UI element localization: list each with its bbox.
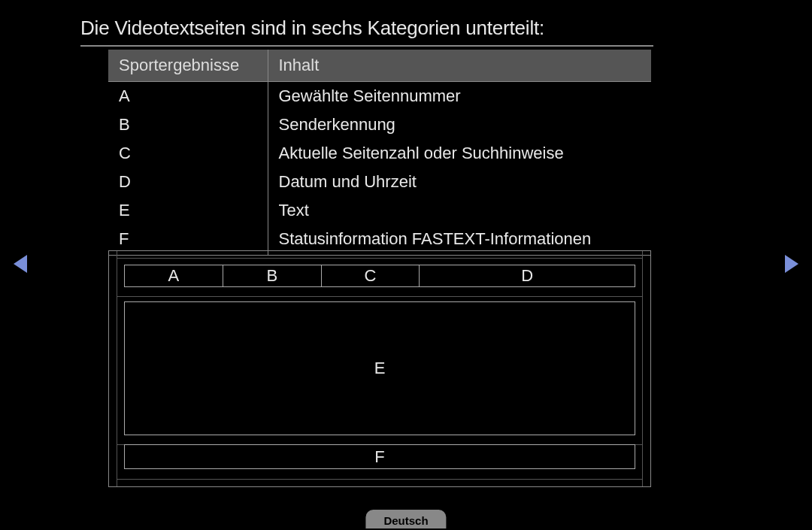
row-key: D: [108, 168, 268, 196]
layout-inner: A B C D E F: [124, 265, 635, 473]
next-page-arrow-icon[interactable]: [785, 255, 798, 273]
guide-line: [117, 251, 117, 486]
table-row: E Text: [108, 196, 651, 225]
row-desc: Datum und Uhrzeit: [268, 168, 651, 196]
table-row: D Datum und Uhrzeit: [108, 168, 651, 196]
layout-region-b: B: [223, 265, 322, 286]
row-desc: Gewählte Seitennummer: [268, 82, 651, 111]
header-col1: Sportergebnisse: [108, 50, 268, 82]
row-desc: Text: [268, 196, 651, 225]
layout-region-d: D: [420, 265, 635, 286]
guide-line: [117, 479, 643, 480]
row-desc: Aktuelle Seitenzahl oder Suchhinweise: [268, 139, 651, 168]
prev-page-arrow-icon[interactable]: [14, 255, 27, 273]
teletext-layout-diagram: A B C D E F: [108, 250, 651, 487]
language-indicator: Deutsch: [365, 510, 446, 528]
table-row: A Gewählte Seitennummer: [108, 82, 651, 111]
layout-region-a: A: [125, 265, 223, 286]
header-col2: Inhalt: [268, 50, 651, 82]
guide-line: [642, 251, 643, 486]
row-key: B: [108, 111, 268, 139]
table-row: C Aktuelle Seitenzahl oder Suchhinweise: [108, 139, 651, 168]
page-title: Die Videotextseiten sind in sechs Katego…: [80, 17, 653, 47]
layout-region-c: C: [322, 265, 420, 286]
row-key: E: [108, 196, 268, 225]
table-header-row: Sportergebnisse Inhalt: [108, 50, 651, 82]
row-key: A: [108, 82, 268, 111]
layout-top-row: A B C D: [124, 265, 635, 287]
row-desc: Senderkennung: [268, 111, 651, 139]
table-row: B Senderkennung: [108, 111, 651, 139]
layout-region-e: E: [124, 301, 635, 435]
layout-region-f: F: [124, 444, 635, 469]
guide-line: [117, 258, 643, 259]
row-key: C: [108, 139, 268, 168]
category-table: Sportergebnisse Inhalt A Gewählte Seiten…: [108, 50, 651, 256]
